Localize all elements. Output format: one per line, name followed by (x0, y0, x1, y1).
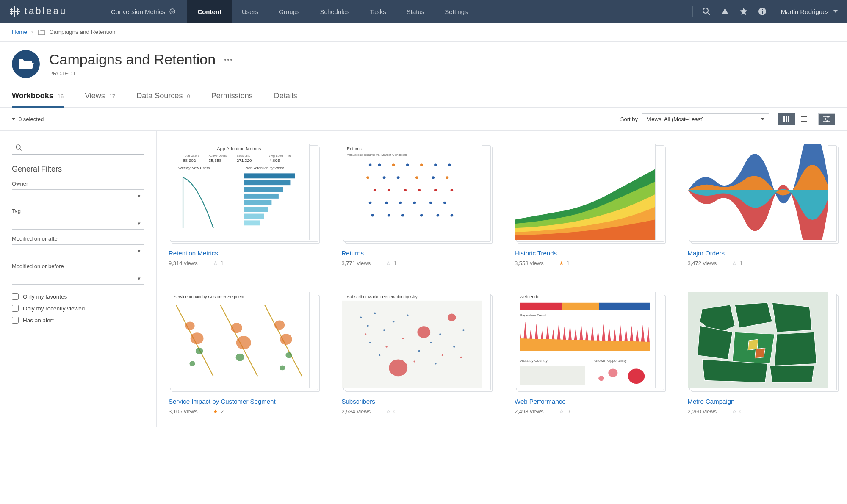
workbook-title[interactable]: Metro Campaign (688, 398, 836, 405)
help-button[interactable] (753, 7, 772, 16)
sort-dropdown[interactable]: Views: All (Most–Least) (642, 113, 769, 125)
workbook-title[interactable]: Retention Metrics (169, 249, 316, 257)
search-button[interactable] (697, 7, 716, 16)
svg-point-129 (364, 333, 366, 335)
svg-point-74 (415, 176, 418, 179)
svg-point-118 (383, 329, 385, 331)
star-outline-icon: ☆ (386, 408, 391, 415)
svg-point-134 (460, 357, 462, 358)
favorites-button[interactable] (734, 7, 753, 16)
tableau-logo[interactable]: tableau (0, 6, 99, 17)
workbook-card[interactable]: Subscriber Market Penetration by City Su… (342, 292, 490, 415)
svg-point-133 (441, 354, 443, 356)
svg-text:Pageview Trend: Pageview Trend (520, 313, 546, 317)
star-filled-icon: ★ (559, 260, 564, 266)
favorite-toggle[interactable]: ☆0 (559, 408, 570, 415)
workbook-title[interactable]: Web Performance (515, 398, 662, 405)
favorite-toggle[interactable]: ☆0 (386, 408, 396, 415)
workbook-card[interactable]: Service Impact by Customer Segment Servi… (169, 292, 316, 415)
svg-point-132 (413, 361, 415, 363)
sidebar-search[interactable] (12, 141, 144, 155)
workbook-card[interactable]: Metro Campaign 2,260 views☆0 (688, 292, 836, 415)
tab-views[interactable]: Views17 (85, 91, 115, 107)
site-name: Conversion Metrics (111, 8, 165, 15)
has-alert-checkbox[interactable]: Has an alert (12, 314, 144, 326)
favorite-toggle[interactable]: ☆1 (213, 260, 224, 266)
favorite-toggle[interactable]: ☆1 (732, 260, 742, 266)
svg-text:Returns: Returns (347, 146, 362, 150)
project-icon (12, 50, 40, 78)
svg-point-88 (443, 202, 446, 204)
nav-users[interactable]: Users (232, 0, 268, 23)
svg-rect-28 (783, 120, 785, 122)
workbook-thumbnail: Returns Annualized Returns vs. Market Co… (342, 144, 483, 240)
only-favorites-checkbox[interactable]: Only my favorites (12, 291, 144, 302)
alerts-button[interactable] (716, 7, 734, 16)
modified-after-filter[interactable]: ▾ (12, 244, 144, 257)
favorite-toggle[interactable]: ☆0 (732, 408, 742, 415)
svg-rect-56 (244, 194, 279, 199)
svg-rect-14 (725, 10, 725, 12)
svg-point-70 (448, 164, 451, 166)
svg-text:271,320: 271,320 (237, 158, 252, 162)
owner-filter[interactable]: ▾ (12, 189, 144, 202)
workbook-card[interactable]: Major Orders 3,472 views☆1 (688, 144, 836, 266)
only-recent-checkbox[interactable]: Only my recently viewed (12, 302, 144, 314)
star-outline-icon: ☆ (386, 260, 391, 266)
filters-toggle-button[interactable] (818, 113, 835, 125)
sidebar: General Filters Owner ▾ Tag ▾ Modified o… (0, 131, 157, 427)
workbook-card[interactable]: Historic Trends 3,558 views★1 (515, 144, 662, 266)
tab-details[interactable]: Details (274, 91, 297, 107)
svg-rect-53 (244, 173, 295, 178)
nav-settings[interactable]: Settings (435, 0, 478, 23)
user-menu[interactable]: Martin Rodriguez (772, 8, 847, 15)
info-icon (758, 7, 767, 16)
site-switcher[interactable]: Conversion Metrics (99, 8, 187, 15)
svg-point-102 (231, 323, 242, 333)
svg-point-124 (453, 346, 455, 348)
svg-rect-23 (786, 116, 787, 118)
svg-point-122 (430, 342, 432, 343)
svg-rect-59 (244, 214, 264, 219)
workbook-title[interactable]: Subscribers (342, 398, 490, 405)
tab-workbooks[interactable]: Workbooks16 (12, 91, 64, 108)
workbook-thumbnail: App Adoption Metrics Total Users88,902 A… (169, 144, 310, 240)
workbook-title[interactable]: Historic Trends (515, 249, 662, 257)
workbook-card[interactable]: App Adoption Metrics Total Users88,902 A… (169, 144, 316, 266)
workbook-title[interactable]: Major Orders (688, 249, 836, 257)
svg-rect-17 (762, 11, 763, 14)
favorite-toggle[interactable]: ★2 (213, 408, 224, 415)
svg-rect-18 (762, 9, 763, 10)
favorite-toggle[interactable]: ★1 (559, 260, 570, 266)
tab-data-sources[interactable]: Data Sources0 (136, 91, 190, 107)
workbook-title[interactable]: Returns (342, 249, 490, 257)
breadcrumb-home[interactable]: Home (12, 29, 27, 35)
nav-status[interactable]: Status (396, 0, 435, 23)
workbook-card[interactable]: Returns Annualized Returns vs. Market Co… (342, 144, 490, 266)
grid-view-button[interactable] (778, 113, 795, 125)
modified-before-filter[interactable]: ▾ (12, 272, 144, 285)
workbook-title[interactable]: Service Impact by Customer Segment (169, 398, 316, 405)
svg-text:88,902: 88,902 (183, 158, 196, 162)
svg-line-13 (708, 13, 710, 15)
workbook-card[interactable]: Web Perfor... Pageview Trend Visits by C… (515, 292, 662, 415)
nav-groups[interactable]: Groups (268, 0, 310, 23)
nav-tasks[interactable]: Tasks (360, 0, 396, 23)
tabs: Workbooks16 Views17 Data Sources0 Permis… (0, 78, 847, 108)
nav-content[interactable]: Content (187, 0, 232, 23)
views-count: 3,558 views (515, 260, 544, 266)
svg-text:tableau: tableau (25, 6, 67, 16)
modified-before-label: Modified on or before (12, 263, 144, 269)
svg-point-89 (371, 214, 374, 217)
views-count: 3,771 views (342, 260, 371, 266)
more-actions-icon[interactable] (224, 58, 233, 61)
views-count: 2,260 views (688, 408, 717, 415)
tab-permissions[interactable]: Permissions (211, 91, 253, 107)
list-view-button[interactable] (795, 113, 812, 125)
favorite-toggle[interactable]: ☆1 (386, 260, 396, 266)
svg-point-119 (392, 321, 394, 322)
tag-filter[interactable]: ▾ (12, 217, 144, 230)
divider (692, 6, 693, 17)
selection-dropdown[interactable]: 0 selected (12, 116, 44, 122)
nav-schedules[interactable]: Schedules (310, 0, 360, 23)
